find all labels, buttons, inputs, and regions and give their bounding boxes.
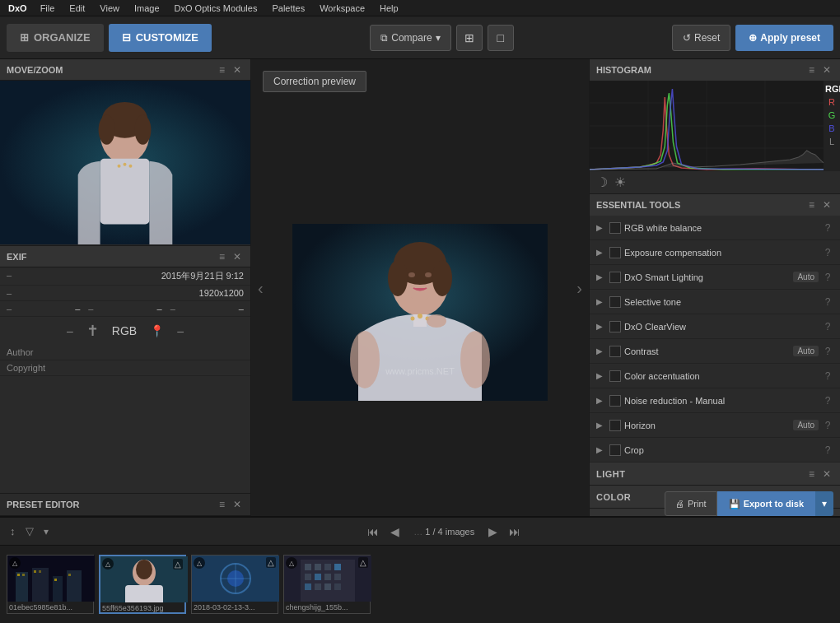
hist-channel-r[interactable]: R xyxy=(825,97,838,107)
svg-point-23 xyxy=(411,317,415,321)
center-image-area: ‹ xyxy=(251,59,589,516)
tool-checkbox-rgb-white-balance[interactable] xyxy=(609,222,621,234)
film-item-3[interactable]: △ △ 2018-03-02-13-3... xyxy=(191,555,278,614)
tool-checkbox-horizon[interactable] xyxy=(609,420,621,431)
customize-tab[interactable]: ⊟ CUSTOMIZE xyxy=(109,24,212,52)
tool-expand-icon-4[interactable]: ▶ xyxy=(596,297,606,306)
action-buttons: 🖨 Print 💾 Export to disk ▾ xyxy=(665,491,833,516)
move-zoom-close-icon[interactable]: ✕ xyxy=(231,64,244,76)
print-button[interactable]: 🖨 Print xyxy=(665,491,717,516)
tool-checkbox-noise-reduction[interactable] xyxy=(609,395,621,407)
layout-icon-2[interactable]: □ xyxy=(488,25,514,51)
tool-expand-icon-5[interactable]: ▶ xyxy=(596,322,606,331)
section-light-close[interactable]: ✕ xyxy=(820,468,833,480)
sort-button[interactable]: ↕ xyxy=(7,523,19,539)
layout-icon-1[interactable]: ⊞ xyxy=(456,25,483,51)
menu-dxo-optics[interactable]: DxO Optics Modules xyxy=(168,2,264,15)
tool-expand-icon-3[interactable]: ▶ xyxy=(596,272,606,281)
reset-icon: ↺ xyxy=(683,32,691,44)
tool-checkbox-selective-tone[interactable] xyxy=(609,296,621,308)
filmstrip-items: △ 01ebec5985e81b... △ △ 55ff65e356193.jp… xyxy=(0,546,840,623)
tool-expand-icon-10[interactable]: ▶ xyxy=(596,445,606,454)
reset-button[interactable]: ↺ Reset xyxy=(672,25,730,51)
tool-help-clearview[interactable]: ? xyxy=(822,321,833,332)
menu-view[interactable]: View xyxy=(93,2,126,15)
filter-button[interactable]: ▽ xyxy=(22,523,37,539)
film-item-1[interactable]: △ 01ebec5985e81b... xyxy=(7,555,94,614)
svg-rect-59 xyxy=(305,574,311,580)
tool-checkbox-smart-lighting[interactable] xyxy=(609,272,621,283)
customize-label: CUSTOMIZE xyxy=(136,31,198,44)
tool-help-exposure[interactable]: ? xyxy=(822,247,833,258)
section-light[interactable]: LIGHT ≡ ✕ xyxy=(590,463,840,486)
tool-expand-icon-8[interactable]: ▶ xyxy=(596,396,606,405)
tool-checkbox-exposure[interactable] xyxy=(609,247,621,258)
tool-expand-icon-6[interactable]: ▶ xyxy=(596,346,606,356)
apply-preset-button[interactable]: ⊕ Apply preset xyxy=(735,25,833,51)
nav-next-button[interactable]: ▶ xyxy=(484,523,502,540)
exif-author-row: Author xyxy=(0,345,250,360)
exif-menu-icon[interactable]: ≡ xyxy=(217,251,227,263)
preset-editor-title: PRESET EDITOR xyxy=(7,500,79,509)
tool-help-horizon[interactable]: ? xyxy=(822,420,833,431)
tool-expand-icon[interactable]: ▶ xyxy=(596,223,606,232)
tool-help-smart-lighting[interactable]: ? xyxy=(822,272,833,283)
tool-help-rgb-white-balance[interactable]: ? xyxy=(822,222,833,234)
histogram-close-icon[interactable]: ✕ xyxy=(820,64,833,76)
film-item-4[interactable]: △ △ chengshijg_155b... xyxy=(283,555,371,614)
brightness-high-icon[interactable]: ☀ xyxy=(614,174,626,190)
tool-checkbox-crop[interactable] xyxy=(609,444,621,456)
export-dropdown-button[interactable]: ▾ xyxy=(815,491,833,516)
nav-last-button[interactable]: ⏭ xyxy=(505,523,525,540)
exif-val3c: – xyxy=(228,304,244,314)
organize-tab[interactable]: ⊞ ORGANIZE xyxy=(7,24,104,52)
svg-rect-63 xyxy=(305,583,311,590)
film-badge-2: △ xyxy=(102,558,114,570)
hist-channel-l[interactable]: L xyxy=(825,137,838,146)
tool-help-selective-tone[interactable]: ? xyxy=(822,296,833,308)
essential-tools-close-icon[interactable]: ✕ xyxy=(820,199,833,211)
preset-editor-close-icon[interactable]: ✕ xyxy=(231,499,244,510)
film-item-2[interactable]: △ △ 55ff65e356193.jpg xyxy=(99,555,186,614)
tool-checkbox-color-accentuation[interactable] xyxy=(609,370,621,382)
image-nav-left[interactable]: ‹ xyxy=(251,272,270,304)
menu-file[interactable]: File xyxy=(34,2,62,15)
correction-preview-button[interactable]: Correction preview xyxy=(263,71,366,92)
tool-expand-icon-9[interactable]: ▶ xyxy=(596,421,606,430)
menu-image[interactable]: Image xyxy=(128,2,166,15)
hist-channel-b[interactable]: B xyxy=(825,123,838,133)
tool-help-crop[interactable]: ? xyxy=(822,444,833,456)
histogram-title: HISTOGRAM xyxy=(596,65,651,75)
hist-channel-rgb[interactable]: RGB xyxy=(825,84,838,94)
histogram-menu-icon[interactable]: ≡ xyxy=(806,64,817,76)
svg-rect-46 xyxy=(125,585,163,602)
compare-button[interactable]: ⧉ Compare ▾ xyxy=(370,25,450,51)
filmstrip-bar: ↕ ▽ ▾ ⏮ ◀ … 1 / 4 images ▶ ⏭ xyxy=(0,516,840,623)
organize-icon: ⊞ xyxy=(20,31,29,44)
menu-help[interactable]: Help xyxy=(373,2,405,15)
film-item-name-1: 01ebec5985e81b... xyxy=(7,602,93,615)
image-nav-right[interactable]: › xyxy=(570,272,589,304)
tool-help-contrast[interactable]: ? xyxy=(822,346,833,357)
menu-edit[interactable]: Edit xyxy=(63,2,91,15)
tool-checkbox-clearview[interactable] xyxy=(609,321,621,332)
export-button[interactable]: 💾 Export to disk xyxy=(717,491,815,516)
sort-dropdown[interactable]: ▾ xyxy=(40,526,52,537)
nav-prev-button[interactable]: ◀ xyxy=(386,523,404,540)
tool-expand-icon-2[interactable]: ▶ xyxy=(596,248,606,257)
brightness-low-icon[interactable]: ☽ xyxy=(596,174,608,190)
tool-checkbox-contrast[interactable] xyxy=(609,346,621,357)
tool-expand-icon-7[interactable]: ▶ xyxy=(596,371,606,380)
exif-close-icon[interactable]: ✕ xyxy=(231,251,244,263)
essential-tools-menu-icon[interactable]: ≡ xyxy=(806,199,817,211)
hist-channel-g[interactable]: G xyxy=(825,110,838,120)
exif-label3b: – xyxy=(88,304,146,314)
nav-first-button[interactable]: ⏮ xyxy=(363,523,383,540)
menu-palettes[interactable]: Palettes xyxy=(265,2,311,15)
menu-workspace[interactable]: Workspace xyxy=(313,2,371,15)
move-zoom-menu-icon[interactable]: ≡ xyxy=(217,64,227,76)
tool-help-noise-reduction[interactable]: ? xyxy=(822,395,833,407)
section-light-menu[interactable]: ≡ xyxy=(806,468,817,480)
tool-help-color-accentuation[interactable]: ? xyxy=(822,370,833,382)
preset-editor-menu-icon[interactable]: ≡ xyxy=(217,499,227,510)
